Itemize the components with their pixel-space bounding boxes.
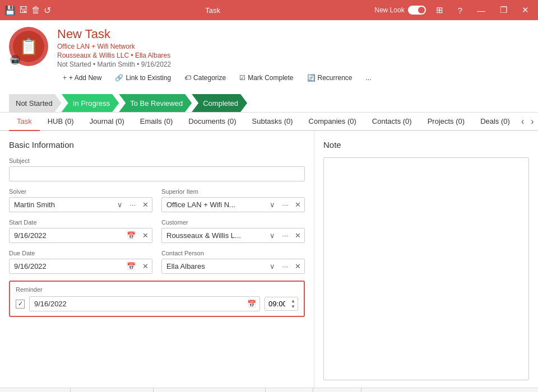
- contact-person-field-group: Contact Person Ella Albares ∨ ··· ✕: [161, 250, 305, 274]
- tab-subtasks[interactable]: Subtasks (0): [244, 113, 301, 131]
- time-spinner[interactable]: ▲ ▼: [289, 298, 298, 310]
- due-date-calendar-btn[interactable]: 📅: [123, 260, 139, 273]
- tab-projects[interactable]: Projects (0): [420, 113, 472, 131]
- solver-superior-row: Solver Martin Smith ∨ ··· ✕ Superior Ite…: [9, 188, 305, 219]
- due-date-clear-btn[interactable]: ✕: [139, 260, 152, 273]
- reminder-time-field[interactable]: ▲ ▼: [265, 297, 298, 311]
- checkmark-icon: ✓: [18, 300, 23, 307]
- recurrence-button[interactable]: 🔄 Recurrence: [302, 72, 358, 84]
- mark-complete-button[interactable]: ☑ Mark Complete: [234, 72, 299, 84]
- save-all-icon[interactable]: 🖫: [19, 5, 28, 15]
- due-date-field: 9/16/2022 📅 ✕: [9, 259, 152, 274]
- status-in-progress[interactable]: In Progress: [62, 94, 119, 112]
- note-textarea[interactable]: [323, 157, 529, 380]
- contact-clear-btn[interactable]: ✕: [291, 260, 304, 273]
- camera-icon[interactable]: 📷: [10, 55, 20, 65]
- due-date-label: Due Date: [9, 250, 152, 256]
- footer-created-by: Created by Martin Smith: [71, 388, 154, 392]
- tab-contacts[interactable]: Contacts (0): [364, 113, 420, 131]
- contact-dropdown-btn[interactable]: ∨: [266, 260, 279, 273]
- delete-icon[interactable]: 🗑: [31, 5, 40, 15]
- link-icon: 🔗: [115, 74, 123, 82]
- add-new-button[interactable]: + + Add New: [57, 72, 107, 84]
- footer-owner: Owner Martin Smith: [0, 388, 71, 392]
- tab-hub[interactable]: HUB (0): [40, 113, 82, 131]
- solver-dropdown-btn[interactable]: ∨: [114, 198, 126, 211]
- close-button[interactable]: ✕: [517, 4, 534, 16]
- tabs: Task HUB (0) Journal (0) Emails (0) Docu…: [0, 113, 538, 131]
- tab-documents[interactable]: Documents (0): [180, 113, 244, 131]
- time-down-btn[interactable]: ▼: [289, 304, 298, 310]
- reminder-time-input[interactable]: [265, 297, 289, 310]
- reminder-box: Reminder ✓ 9/16/2022 📅 ▲ ▼: [9, 281, 305, 317]
- reminder-date-value: 9/16/2022: [30, 297, 244, 311]
- customer-dropdown-btn[interactable]: ∨: [266, 229, 279, 242]
- restore-button[interactable]: ❐: [495, 4, 512, 16]
- grid-icon[interactable]: ⊞: [432, 4, 448, 16]
- tab-journal[interactable]: Journal (0): [82, 113, 132, 131]
- start-date-field: 9/16/2022 📅 ✕: [9, 228, 152, 243]
- start-date-calendar-btn[interactable]: 📅: [123, 229, 139, 242]
- contact-person-value: Ella Albares: [162, 259, 266, 273]
- status-not-started[interactable]: Not Started: [9, 94, 62, 112]
- reminder-checkbox[interactable]: ✓: [16, 300, 25, 309]
- superior-item-value: Office LAN + Wifi N...: [162, 198, 266, 212]
- superior-more-btn[interactable]: ···: [279, 198, 291, 211]
- save-icon[interactable]: 💾: [4, 5, 16, 16]
- plus-icon: +: [63, 74, 67, 82]
- tab-deals[interactable]: Deals (0): [472, 113, 518, 131]
- solver-label: Solver: [9, 188, 152, 195]
- reminder-label: Reminder: [16, 286, 298, 293]
- customer-label: Customer: [161, 219, 305, 226]
- new-look-toggle[interactable]: New Look: [374, 6, 425, 15]
- task-meta: Not Started • Martin Smith • 9/16/2022: [57, 60, 529, 68]
- footer-modified-by: Modified by: [266, 388, 313, 392]
- status-completed[interactable]: Completed: [192, 94, 247, 112]
- solver-clear-btn[interactable]: ✕: [139, 198, 152, 211]
- tab-task[interactable]: Task: [9, 113, 40, 131]
- subject-input[interactable]: [9, 166, 305, 181]
- tab-companies[interactable]: Companies (0): [301, 113, 364, 131]
- reminder-calendar-btn[interactable]: 📅: [244, 297, 259, 310]
- start-date-value: 9/16/2022: [10, 228, 123, 242]
- new-look-label: New Look: [374, 6, 404, 14]
- superior-item-label: Superior Item: [161, 188, 305, 195]
- start-date-clear-btn[interactable]: ✕: [139, 229, 152, 242]
- minimize-button[interactable]: —: [472, 4, 490, 16]
- more-button[interactable]: ...: [360, 72, 377, 84]
- duedate-contact-row: Due Date 9/16/2022 📅 ✕ Contact Person El…: [9, 250, 305, 281]
- tag-icon: 🏷: [184, 74, 191, 82]
- help-button[interactable]: ?: [453, 4, 467, 16]
- solver-more-btn[interactable]: ···: [126, 198, 139, 211]
- window-title: Task: [51, 6, 374, 15]
- customer-field-group: Customer Rousseaux & Willis L... ∨ ··· ✕: [161, 219, 305, 243]
- task-subtitle: Office LAN + Wifi Network: [57, 43, 529, 50]
- status-bar: Not Started In Progress To Be Reviewed C…: [9, 94, 529, 112]
- header-top: 📷 📋 New Task Office LAN + Wifi Network R…: [9, 27, 529, 88]
- tab-emails[interactable]: Emails (0): [132, 113, 181, 131]
- tab-nav-next[interactable]: ›: [527, 114, 537, 129]
- task-company: Rousseaux & Willis LLC • Ella Albares: [57, 52, 529, 59]
- solver-value: Martin Smith: [10, 198, 114, 212]
- due-date-field-group: Due Date 9/16/2022 📅 ✕: [9, 250, 152, 274]
- customer-more-btn[interactable]: ···: [279, 229, 291, 242]
- refresh-icon[interactable]: ↺: [44, 5, 51, 16]
- categorize-button[interactable]: 🏷 Categorize: [179, 72, 231, 84]
- status-to-review[interactable]: To Be Reviewed: [119, 94, 192, 112]
- time-up-btn[interactable]: ▲: [289, 298, 298, 304]
- link-to-existing-button[interactable]: 🔗 Link to Existing: [109, 72, 177, 84]
- avatar: 📷 📋: [9, 27, 48, 66]
- title-bar-right: New Look ⊞ ? — ❐ ✕: [374, 4, 534, 16]
- superior-dropdown-btn[interactable]: ∨: [266, 198, 279, 211]
- solver-field: Martin Smith ∨ ··· ✕: [9, 197, 152, 212]
- contact-more-btn[interactable]: ···: [279, 260, 291, 273]
- checkmark-icon: ☑: [239, 74, 245, 82]
- window-controls-left[interactable]: 💾 🖫 🗑 ↺: [4, 5, 51, 16]
- superior-clear-btn[interactable]: ✕: [291, 198, 304, 211]
- right-panel: Note: [314, 131, 538, 388]
- customer-clear-btn[interactable]: ✕: [291, 229, 304, 242]
- new-look-switch[interactable]: [408, 6, 426, 15]
- footer-modified-on: Modified on: [313, 388, 361, 392]
- subject-field-group: Subject: [9, 157, 305, 181]
- tab-nav-prev[interactable]: ‹: [518, 114, 527, 129]
